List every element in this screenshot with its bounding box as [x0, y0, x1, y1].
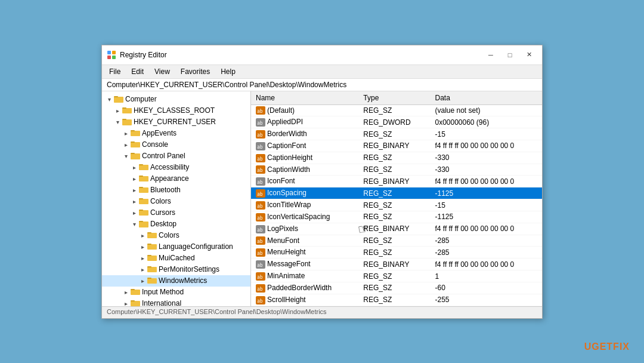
reg-name: abCaptionFont — [251, 140, 358, 152]
reg-data: -285 — [430, 247, 542, 259]
reg-name: abMinAnimate — [251, 270, 358, 282]
tree-item-muicached[interactable]: ▸MuiCached — [102, 253, 250, 264]
svg-text:ab: ab — [257, 121, 263, 126]
menu-file[interactable]: File — [104, 66, 125, 77]
reg-data: -15 — [430, 199, 542, 211]
tree-label-permonitor: PerMonitorSettings — [159, 265, 219, 273]
watermark: UGETFIX — [584, 342, 630, 352]
svg-text:ab: ab — [257, 180, 263, 185]
table-row[interactable]: abIconVerticalSpacingREG_SZ-1125 — [251, 211, 542, 223]
reg-data: f4 ff ff ff 00 00 00 00 00 0 — [430, 140, 542, 152]
reg-type: REG_SZ — [358, 104, 430, 116]
reg-icon: ab — [256, 236, 267, 245]
reg-type: REG_DWORD — [358, 116, 430, 128]
tree-item-cursors[interactable]: ▸Cursors — [102, 207, 250, 219]
folder-icon-muicached — [147, 253, 157, 263]
table-row[interactable]: abMenuFontREG_SZ-285 — [251, 235, 542, 247]
table-row[interactable]: abIconFontREG_BINARYf4 ff ff ff 00 00 00… — [251, 176, 542, 187]
tree-item-international[interactable]: ▸International — [102, 298, 250, 306]
close-button[interactable]: ✕ — [521, 49, 537, 61]
table-row[interactable]: abCaptionFontREG_BINARYf4 ff ff ff 00 00… — [251, 140, 542, 152]
reg-type: REG_SZ — [358, 152, 430, 164]
reg-icon: ab — [256, 201, 267, 209]
svg-rect-26 — [139, 222, 148, 227]
reg-name: abMessageFont — [251, 259, 358, 270]
tree-item-hkcu[interactable]: ▾HKEY_CURRENT_USER — [102, 116, 250, 128]
table-row[interactable]: abIconTitleWrapREG_SZ-15 — [251, 199, 542, 211]
svg-rect-19 — [139, 176, 143, 177]
tree-item-appearance[interactable]: ▸Appearance — [102, 173, 250, 184]
tree-item-appevents[interactable]: ▸AppEvents — [102, 128, 250, 139]
address-bar: Computer\HKEY_CURRENT_USER\Control Panel… — [102, 79, 542, 91]
reg-data: -60 — [430, 282, 542, 294]
menu-view[interactable]: View — [150, 66, 175, 77]
reg-type: REG_BINARY — [358, 176, 430, 187]
table-row[interactable]: abLogPixelsREG_BINARYf4 ff ff ff 00 00 0… — [251, 223, 542, 235]
col-data: Data — [430, 91, 542, 105]
tree-item-desktop_colors[interactable]: ▸Colors — [102, 230, 250, 241]
tree-item-bluetooth[interactable]: ▸Bluetooth — [102, 184, 250, 196]
svg-rect-32 — [147, 256, 157, 261]
menu-edit[interactable]: Edit — [126, 66, 148, 77]
table-row[interactable]: abIconSpacingREG_SZ-1125 — [251, 187, 542, 199]
menu-help[interactable]: Help — [216, 66, 240, 77]
reg-type: REG_BINARY — [358, 259, 430, 270]
table-row[interactable]: ab(Default)REG_SZ(value not set) — [251, 104, 542, 116]
tree-item-colors[interactable]: ▸Colors — [102, 196, 250, 207]
table-row[interactable]: abMenuHeightREG_SZ-285 — [251, 247, 542, 259]
status-text: Computer\HKEY_CURRENT_USER\Control Panel… — [107, 308, 327, 315]
tree-label-colors: Colors — [150, 197, 171, 205]
tree-item-windowmetrics[interactable]: ▸WindowMetrics — [102, 275, 250, 287]
table-row[interactable]: abBorderWidthREG_SZ-15 — [251, 128, 542, 140]
svg-text:ab: ab — [257, 133, 263, 138]
tree-item-desktop[interactable]: ▾Desktop — [102, 219, 250, 230]
tree-item-langconfig[interactable]: ▸LanguageConfiguration — [102, 241, 250, 253]
tree-pane[interactable]: ▾Computer▸HKEY_CLASSES_ROOT▾HKEY_CURRENT… — [102, 91, 251, 306]
reg-data: (value not set) — [430, 104, 542, 116]
svg-text:ab: ab — [257, 251, 263, 256]
reg-type: REG_SZ — [358, 128, 430, 140]
table-row[interactable]: abCaptionWidthREG_SZ-330 — [251, 164, 542, 176]
reg-data: f4 ff ff ff 00 00 00 00 00 0 — [430, 259, 542, 270]
tree-label-hkcu: HKEY_CURRENT_USER — [134, 118, 216, 126]
reg-type: REG_SZ — [358, 294, 430, 306]
main-content: ▾Computer▸HKEY_CLASSES_ROOT▾HKEY_CURRENT… — [102, 91, 542, 306]
tree-item-permonitor[interactable]: ▸PerMonitorSettings — [102, 264, 250, 275]
table-row[interactable]: abMessageFontREG_BINARYf4 ff ff ff 00 00… — [251, 259, 542, 270]
col-name: Name — [251, 91, 358, 105]
table-row[interactable]: abScrollHeightREG_SZ-255 — [251, 294, 542, 306]
tree-item-inputmethod[interactable]: ▸Input Method — [102, 287, 250, 298]
watermark-highlight: ET — [600, 342, 613, 352]
tree-item-computer[interactable]: ▾Computer — [102, 94, 250, 105]
reg-data: -1125 — [430, 187, 542, 199]
reg-icon: ab — [256, 296, 267, 304]
tree-item-controlpanel[interactable]: ▾Control Panel — [102, 150, 250, 162]
svg-rect-29 — [147, 232, 151, 233]
svg-rect-24 — [139, 210, 148, 216]
svg-text:ab: ab — [257, 192, 263, 197]
tree-item-accessibility[interactable]: ▸Accessibility — [102, 162, 250, 173]
reg-name: abIconFont — [251, 176, 358, 187]
folder-icon-appearance — [139, 174, 148, 184]
table-row[interactable]: abAppliedDPIREG_DWORD0x00000060 (96) — [251, 116, 542, 128]
minimize-button[interactable]: ─ — [482, 49, 499, 61]
svg-rect-18 — [139, 176, 148, 182]
reg-type: REG_SZ — [358, 282, 430, 294]
table-row[interactable]: abCaptionHeightREG_SZ-330 — [251, 152, 542, 164]
app-icon — [107, 50, 116, 60]
reg-icon: ab — [256, 248, 267, 256]
tree-item-console[interactable]: ▸Console — [102, 139, 250, 150]
tree-label-desktop: Desktop — [150, 220, 177, 228]
tree-label-desktop_colors: Colors — [159, 231, 179, 239]
svg-rect-16 — [139, 165, 148, 170]
menu-favorites[interactable]: Favorites — [176, 66, 215, 77]
reg-icon: ab — [256, 130, 267, 138]
maximize-button[interactable]: □ — [501, 49, 518, 61]
reg-data: 0x00000060 (96) — [430, 116, 542, 128]
table-row[interactable]: abPaddedBorderWidthREG_SZ-60 — [251, 282, 542, 294]
reg-type: REG_BINARY — [358, 223, 430, 235]
table-row[interactable]: abMinAnimateREG_SZ1 — [251, 270, 542, 282]
tree-item-hkcr[interactable]: ▸HKEY_CLASSES_ROOT — [102, 105, 250, 116]
svg-rect-37 — [147, 278, 151, 279]
svg-rect-25 — [139, 210, 143, 211]
